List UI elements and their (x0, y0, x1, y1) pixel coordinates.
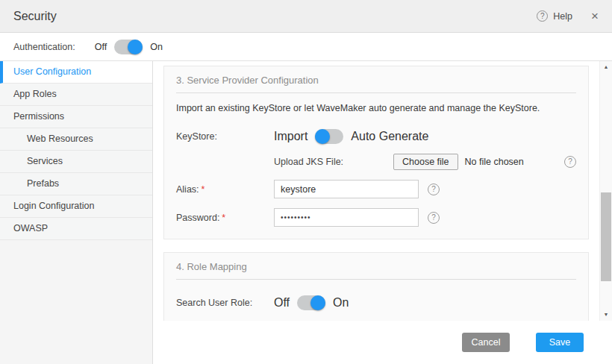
close-icon[interactable]: × (591, 10, 599, 22)
file-chosen-status: No file chosen (465, 157, 524, 167)
authentication-bar: Authentication: Off On (0, 33, 612, 61)
search-user-role-label: Search User Role: (176, 298, 274, 308)
vertical-scrollbar[interactable]: ▲ ▼ (599, 61, 612, 321)
dialog-body: User Configuration App Roles Permissions… (0, 61, 612, 364)
help-icon: ? (537, 10, 548, 22)
keystore-label: KeyStore: (176, 131, 274, 142)
authentication-toggle[interactable] (114, 40, 143, 54)
section-title: 4. Role Mapping (164, 253, 588, 272)
sidebar-item-services[interactable]: Services (0, 151, 152, 173)
security-dialog: Security ? Help × Authentication: Off On… (0, 0, 612, 364)
search-user-role-off-label: Off (274, 296, 290, 310)
authentication-off-label: Off (95, 42, 107, 52)
toggle-knob (310, 295, 325, 310)
authentication-label: Authentication: (13, 42, 75, 52)
search-user-role-row: Search User Role: Off On (176, 295, 576, 310)
alias-row: Alias:* ? (176, 180, 576, 198)
required-asterisk: * (202, 184, 205, 195)
sidebar-item-login-configuration[interactable]: Login Configuration (0, 195, 152, 218)
search-user-role-toggle[interactable] (297, 295, 325, 310)
keystore-import-label: Import (274, 130, 307, 143)
help-icon[interactable]: ? (428, 212, 440, 224)
alias-label: Alias:* (176, 184, 274, 195)
password-input[interactable] (274, 208, 419, 227)
password-label: Password:* (176, 213, 274, 223)
password-label-text: Password: (176, 213, 219, 223)
alias-label-text: Alias: (176, 184, 199, 195)
sidebar-item-prefabs[interactable]: Prefabs (0, 173, 152, 195)
toggle-knob (315, 129, 330, 144)
upload-jks-label: Upload JKS File: (274, 157, 393, 167)
save-button[interactable]: Save (536, 333, 584, 352)
password-row: Password:* ? (176, 208, 576, 227)
user-role-provider-label: Select User Role Provider: (176, 320, 274, 321)
scroll-viewport: 3. Service Provider Configuration Import… (153, 61, 612, 321)
choose-file-button[interactable]: Choose file (393, 154, 458, 170)
dialog-footer: Cancel Save (153, 321, 612, 364)
section-role-mapping: 4. Role Mapping Search User Role: Off On… (163, 252, 589, 321)
sidebar: User Configuration App Roles Permissions… (0, 61, 153, 364)
section-divider (176, 279, 576, 280)
scroll-down-icon[interactable]: ▼ (600, 309, 612, 321)
alias-input[interactable] (274, 180, 419, 198)
required-asterisk: * (222, 213, 225, 223)
section-title: 3. Service Provider Configuration (164, 66, 588, 86)
page-title: Security (13, 10, 57, 23)
user-role-provider-row: Select User Role Provider: SAML ▼ ? (176, 320, 576, 321)
scrollbar-thumb[interactable] (601, 192, 611, 281)
main-content: 3. Service Provider Configuration Import… (153, 61, 612, 364)
sidebar-item-user-configuration[interactable]: User Configuration (0, 61, 152, 84)
keystore-row: KeyStore: Import Auto Generate (176, 129, 576, 144)
help-icon[interactable]: ? (564, 156, 576, 168)
scroll-up-icon[interactable]: ▲ (600, 61, 612, 73)
header-actions: ? Help × (537, 10, 599, 22)
help-icon[interactable]: ? (428, 183, 440, 195)
dialog-header: Security ? Help × (0, 0, 612, 33)
section-description: Import an existing KeyStore or let WaveM… (176, 103, 576, 113)
sidebar-item-permissions[interactable]: Permissions (0, 106, 152, 128)
sidebar-item-web-resources[interactable]: Web Resources (0, 128, 152, 151)
authentication-on-label: On (150, 42, 163, 52)
sidebar-item-app-roles[interactable]: App Roles (0, 84, 152, 106)
keystore-toggle[interactable] (315, 129, 343, 144)
search-user-role-on-label: On (333, 296, 349, 310)
upload-jks-row: Upload JKS File: Choose file No file cho… (176, 154, 576, 170)
sidebar-item-owasp[interactable]: OWASP (0, 218, 152, 240)
help-button[interactable]: ? Help (537, 10, 572, 22)
help-label: Help (553, 11, 572, 22)
cancel-button[interactable]: Cancel (462, 333, 510, 352)
section-service-provider-configuration: 3. Service Provider Configuration Import… (163, 66, 589, 239)
keystore-auto-generate-label: Auto Generate (351, 130, 428, 143)
section-divider (176, 92, 576, 93)
toggle-knob (128, 40, 143, 54)
